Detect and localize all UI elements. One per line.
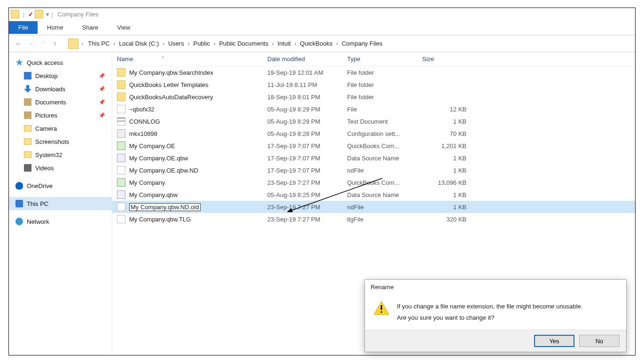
file-date: 05-Aug-19 8:25 PM bbox=[267, 191, 347, 198]
ribbon: File Home Share View bbox=[9, 20, 635, 35]
nav-history-icon[interactable]: ˅ bbox=[38, 41, 47, 46]
chevron-right-icon[interactable]: › bbox=[161, 40, 166, 47]
file-date: 17-Sep-19 7:07 PM bbox=[267, 142, 347, 150]
file-name: QuickBooks Letter Templates bbox=[129, 81, 209, 88]
file-row[interactable]: mkx10898 05-Aug-19 8:28 PM Configuration… bbox=[112, 127, 635, 140]
file-date: 05-Aug-19 8:29 PM bbox=[267, 106, 347, 113]
file-row[interactable]: My Company.qbw.SearchIndex 19-Sep-19 12:… bbox=[112, 66, 635, 79]
titlebar: | ✓ ▾ | Company Files bbox=[9, 8, 635, 20]
file-icon bbox=[117, 105, 125, 113]
txt-icon bbox=[117, 117, 125, 126]
sidebar-item[interactable]: System32 bbox=[9, 148, 112, 161]
file-size: 1 KB bbox=[422, 167, 474, 174]
no-button[interactable]: No bbox=[579, 335, 620, 347]
chevron-right-icon[interactable]: › bbox=[334, 40, 340, 47]
ribbon-file-tab[interactable]: File bbox=[9, 21, 38, 34]
ds-icon bbox=[117, 190, 125, 199]
sidebar-item[interactable]: Camera bbox=[9, 122, 112, 135]
ribbon-tab-share[interactable]: Share bbox=[73, 21, 108, 34]
chevron-right-icon[interactable]: › bbox=[270, 40, 276, 47]
breadcrumb-item[interactable]: Users bbox=[166, 39, 186, 48]
file-type: QuickBooks Com... bbox=[347, 179, 422, 186]
sidebar-item[interactable]: Desktop 📌 bbox=[9, 69, 112, 82]
file-row[interactable]: ~qbofx32 05-Aug-19 8:29 PM File 12 KB bbox=[112, 103, 635, 115]
breadcrumb-item[interactable]: This PC bbox=[86, 39, 111, 48]
file-date: 19-Sep-19 12:01 AM bbox=[267, 69, 347, 76]
breadcrumb-item[interactable]: Local Disk (C:) bbox=[117, 39, 161, 48]
col-size[interactable]: Size bbox=[422, 55, 474, 63]
chevron-right-icon[interactable]: › bbox=[186, 40, 192, 47]
explorer-window: | ✓ ▾ | Company Files File Home Share Vi… bbox=[8, 8, 636, 355]
pic-icon bbox=[24, 111, 31, 119]
file-date: 23-Sep-19 7:27 PM bbox=[267, 216, 347, 223]
breadcrumb-item[interactable]: QuickBooks bbox=[298, 39, 334, 48]
file-name: QuickBooksAutoDataRecovery bbox=[129, 94, 213, 101]
file-size: 1 KB bbox=[422, 118, 474, 125]
rename-dialog: Rename If you change a file name extensi… bbox=[365, 279, 627, 352]
file-row[interactable]: My Company.OE.qbw 17-Sep-19 7:07 PM Data… bbox=[112, 152, 635, 164]
file-type: File bbox=[347, 106, 422, 113]
sidebar-network[interactable]: Network bbox=[9, 215, 112, 228]
file-type: Text Document bbox=[347, 118, 422, 125]
file-type: QuickBooks Com... bbox=[347, 142, 422, 150]
breadcrumb-item[interactable]: Public Documents bbox=[217, 39, 270, 48]
folder-icon bbox=[24, 151, 31, 158]
folder-icon bbox=[24, 125, 31, 132]
file-date: 17-Sep-19 7:07 PM bbox=[267, 155, 347, 162]
col-date[interactable]: Date modified bbox=[267, 55, 347, 63]
file-row[interactable]: My Company.qbw.TLG 23-Sep-19 7:27 PM tlg… bbox=[112, 213, 635, 225]
window-title: Company Files bbox=[58, 11, 99, 18]
breadcrumb-item[interactable]: Intuit bbox=[276, 39, 293, 48]
sidebar-item[interactable]: Videos bbox=[9, 161, 112, 174]
col-type[interactable]: Type bbox=[347, 55, 422, 63]
file-row[interactable]: My Company 23-Sep-19 7:27 PM QuickBooks … bbox=[112, 176, 635, 189]
file-name: CONNLOG bbox=[129, 118, 160, 125]
file-row[interactable]: CONNLOG 05-Aug-19 8:29 PM Text Document … bbox=[112, 115, 635, 127]
file-type: Configuration sett... bbox=[347, 130, 422, 137]
titlebar-sep2: | bbox=[51, 11, 53, 18]
ribbon-tab-view[interactable]: View bbox=[108, 21, 140, 34]
breadcrumb-item[interactable]: Public bbox=[191, 39, 211, 48]
sidebar-this-pc[interactable]: This PC bbox=[9, 197, 112, 210]
sidebar-onedrive[interactable]: OneDrive bbox=[9, 179, 112, 192]
folder-icon bbox=[117, 68, 125, 77]
breadcrumb-item[interactable]: Company Files bbox=[340, 39, 384, 48]
qat-checkbox-icon[interactable]: ✓ bbox=[26, 10, 35, 18]
sidebar-label-network: Network bbox=[27, 218, 49, 225]
nav-up-icon[interactable]: ↑ bbox=[50, 40, 60, 47]
chevron-right-icon[interactable]: › bbox=[212, 40, 217, 47]
dialog-text: If you change a file name extension, the… bbox=[397, 301, 582, 323]
sidebar-item[interactable]: Screenshots bbox=[9, 135, 112, 148]
dialog-line1: If you change a file name extension, the… bbox=[397, 301, 582, 312]
file-type: File folder bbox=[347, 81, 422, 88]
file-row[interactable]: QuickBooks Letter Templates 11-Jul-19 8:… bbox=[112, 79, 635, 91]
sidebar-item[interactable]: Documents 📌 bbox=[9, 95, 112, 109]
yes-button[interactable]: Yes bbox=[534, 335, 574, 347]
chevron-right-icon[interactable]: › bbox=[112, 40, 117, 47]
chevron-right-icon[interactable]: › bbox=[293, 40, 298, 47]
sidebar-label-onedrive: OneDrive bbox=[27, 182, 53, 189]
rename-input[interactable]: My Company.qbw.ND.old bbox=[129, 203, 201, 211]
ribbon-tab-home[interactable]: Home bbox=[38, 21, 73, 34]
sidebar-quick-access[interactable]: Quick access bbox=[9, 56, 112, 69]
file-name: My Company bbox=[129, 179, 165, 186]
sidebar-item[interactable]: Downloads 📌 bbox=[9, 82, 112, 95]
file-name: My Company.qbw.SearchIndex bbox=[129, 69, 213, 76]
network-icon bbox=[16, 218, 23, 225]
nav-back-icon[interactable]: ← bbox=[14, 40, 23, 47]
folder-icon bbox=[117, 80, 125, 89]
qat-dropdown-icon[interactable]: ▾ bbox=[46, 11, 49, 18]
file-date: 11-Jul-19 8:11 PM bbox=[267, 81, 347, 88]
file-row[interactable]: QuickBooksAutoDataRecovery 18-Sep-19 8:0… bbox=[112, 91, 635, 103]
file-row[interactable]: My Company.OE 17-Sep-19 7:07 PM QuickBoo… bbox=[112, 140, 635, 152]
file-row[interactable]: My Company.qbw.ND.old 23-Sep-19 7:27 PM … bbox=[112, 201, 635, 213]
file-type: File folder bbox=[347, 69, 422, 76]
file-row[interactable]: My Company.OE.qbw.ND 17-Sep-19 7:07 PM n… bbox=[112, 164, 635, 176]
crumb-sep[interactable]: › bbox=[81, 40, 83, 47]
sidebar-item[interactable]: Pictures 📌 bbox=[9, 109, 112, 122]
qat-folder-icon[interactable] bbox=[35, 10, 43, 18]
sidebar-item-label: Documents bbox=[35, 99, 66, 106]
col-name[interactable]: Name˄ bbox=[117, 55, 267, 63]
file-row[interactable]: My Company.qbw 05-Aug-19 8:25 PM Data So… bbox=[112, 189, 635, 201]
address-folder-icon[interactable] bbox=[68, 39, 78, 49]
